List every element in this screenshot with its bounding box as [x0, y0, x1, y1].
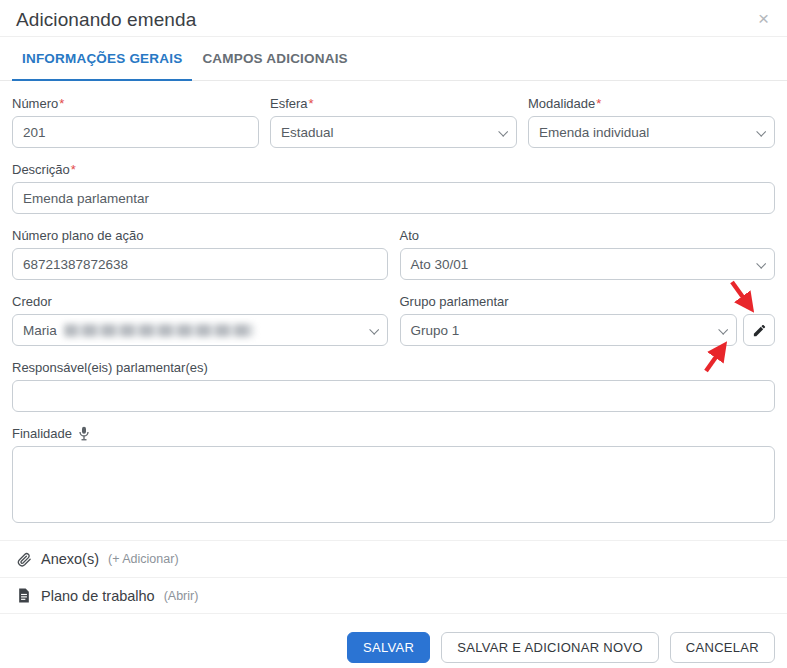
numero-plano-acao-label: Número plano de ação: [12, 227, 388, 244]
plano-trabalho-row: Plano de trabalho (Abrir): [0, 577, 787, 614]
save-and-add-new-button[interactable]: SALVAR E ADICIONAR NOVO: [441, 632, 659, 663]
grupo-parlamentar-select[interactable]: Grupo 1: [400, 314, 738, 346]
field-credor: Credor Maria: [12, 293, 388, 346]
numero-plano-acao-input[interactable]: [12, 248, 388, 280]
form-body: Número* Esfera* Estadual Modalidade* Eme…: [0, 81, 787, 527]
responsavel-input[interactable]: [12, 380, 775, 412]
grupo-parlamentar-label: Grupo parlamentar: [400, 293, 776, 310]
required-mark: *: [59, 96, 64, 111]
field-ato: Ato Ato 30/01: [400, 227, 776, 280]
credor-label: Credor: [12, 293, 388, 310]
field-numero: Número*: [12, 95, 259, 148]
modal-footer: SALVAR SALVAR E ADICIONAR NOVO CANCELAR: [0, 614, 787, 668]
tab-campos-adicionais[interactable]: CAMPOS ADICIONAIS: [192, 37, 357, 81]
required-mark: *: [309, 96, 314, 111]
pencil-icon: [752, 323, 767, 338]
microphone-icon[interactable]: [78, 426, 90, 441]
anexos-add-link[interactable]: (+ Adicionar): [108, 552, 179, 566]
attachments-section: Anexo(s) (+ Adicionar) Plano de trabalho…: [0, 540, 787, 614]
chevron-down-icon: [756, 258, 766, 268]
plano-trabalho-label: Plano de trabalho: [41, 588, 155, 604]
redacted-text: [64, 324, 254, 337]
descricao-label: Descrição*: [12, 161, 775, 178]
esfera-select[interactable]: Estadual: [270, 116, 517, 148]
close-icon[interactable]: ×: [756, 9, 771, 28]
numero-input[interactable]: [12, 116, 259, 148]
field-grupo-parlamentar: Grupo parlamentar Grupo 1: [400, 293, 776, 346]
field-esfera: Esfera* Estadual: [270, 95, 517, 148]
field-finalidade: Finalidade: [12, 425, 775, 527]
tab-bar: INFORMAÇÕES GERAIS CAMPOS ADICIONAIS: [0, 37, 787, 81]
finalidade-label: Finalidade: [12, 425, 775, 442]
edit-grupo-button[interactable]: [743, 314, 775, 346]
modalidade-label: Modalidade*: [528, 95, 775, 112]
anexos-row: Anexo(s) (+ Adicionar): [0, 540, 787, 577]
cancel-button[interactable]: CANCELAR: [670, 632, 775, 663]
chevron-down-icon: [498, 126, 508, 136]
modal-header: Adicionando emenda ×: [0, 0, 787, 37]
modalidade-select[interactable]: Emenda individual: [528, 116, 775, 148]
field-modalidade: Modalidade* Emenda individual: [528, 95, 775, 148]
descricao-input[interactable]: [12, 182, 775, 214]
paperclip-icon: [16, 551, 32, 567]
add-emenda-modal: Adicionando emenda × INFORMAÇÕES GERAIS …: [0, 0, 787, 668]
responsavel-label: Responsável(eis) parlamentar(es): [12, 359, 775, 376]
anexos-label: Anexo(s): [41, 551, 99, 567]
chevron-down-icon: [718, 324, 728, 334]
field-descricao: Descrição*: [12, 161, 775, 214]
numero-label: Número*: [12, 95, 259, 112]
field-numero-plano-acao: Número plano de ação: [12, 227, 388, 280]
credor-select[interactable]: Maria: [12, 314, 388, 346]
chevron-down-icon: [369, 324, 379, 334]
tab-informacoes-gerais[interactable]: INFORMAÇÕES GERAIS: [12, 37, 192, 81]
page-title: Adicionando emenda: [16, 9, 196, 31]
ato-label: Ato: [400, 227, 776, 244]
required-mark: *: [71, 162, 76, 177]
required-mark: *: [596, 96, 601, 111]
chevron-down-icon: [756, 126, 766, 136]
esfera-label: Esfera*: [270, 95, 517, 112]
file-text-icon: [16, 588, 32, 603]
field-responsavel: Responsável(eis) parlamentar(es): [12, 359, 775, 412]
ato-select[interactable]: Ato 30/01: [400, 248, 776, 280]
save-button[interactable]: SALVAR: [347, 632, 430, 663]
finalidade-textarea[interactable]: [12, 446, 775, 523]
plano-trabalho-open-link[interactable]: (Abrir): [164, 589, 199, 603]
